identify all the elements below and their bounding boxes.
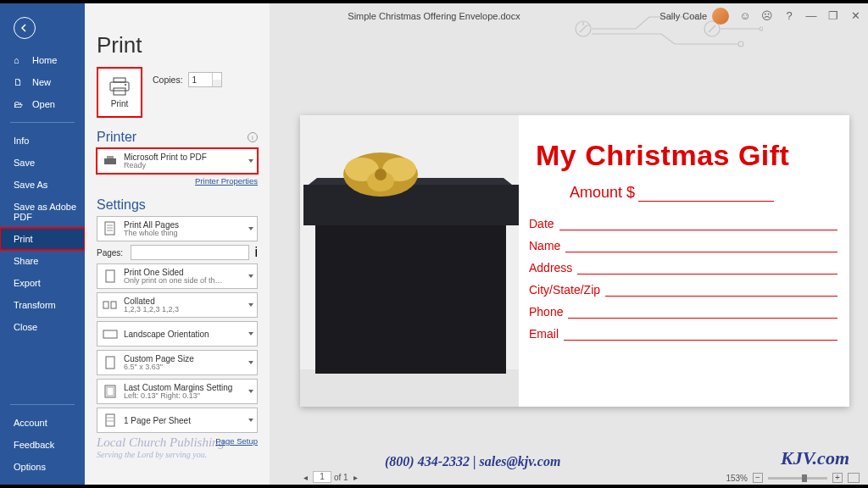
watermark: Local Church Publishing Serving the Lord…: [97, 435, 225, 459]
prev-page-button[interactable]: ◂: [300, 472, 310, 482]
print-heading: Print: [97, 32, 258, 58]
field-date: Date: [529, 217, 837, 230]
svg-rect-6: [110, 82, 129, 91]
pagesize-select[interactable]: Custom Page Size6.5" x 3.63": [97, 350, 258, 375]
help-icon[interactable]: ?: [783, 10, 795, 22]
sidebar-item-info[interactable]: Info: [0, 130, 85, 152]
orientation-select[interactable]: Landscape Orientation: [97, 321, 258, 347]
sidebar-item-saveas[interactable]: Save As: [0, 174, 85, 196]
sidebar-item-print[interactable]: Print: [0, 228, 85, 250]
user-account[interactable]: Sally Coale: [659, 8, 729, 25]
print-range-select[interactable]: Print All PagesThe whole thing: [97, 216, 258, 241]
print-panel: Print Print Copies: 1 Printeri Microsoft…: [85, 3, 270, 485]
sidebar-item-saveadobe[interactable]: Save as Adobe PDF: [0, 196, 85, 228]
doc-title: My Christmas Gift: [536, 139, 837, 172]
svg-rect-18: [103, 330, 117, 338]
svg-point-34: [375, 169, 387, 180]
backstage-sidebar: ⌂Home 🗋New 🗁Open Info Save Save As Save …: [0, 3, 85, 485]
next-page-button[interactable]: ▸: [351, 472, 361, 482]
printer-select[interactable]: Microsoft Print to PDFReady: [97, 148, 258, 174]
user-name: Sally Coale: [659, 11, 707, 21]
sidebar-item-home[interactable]: ⌂Home: [0, 49, 85, 71]
field-phone: Phone: [529, 305, 837, 319]
face-smile-icon[interactable]: ☺: [739, 10, 751, 22]
back-button[interactable]: [14, 17, 36, 39]
print-preview: My Christmas Gift Amount $ Date Name Add…: [270, 3, 868, 485]
print-button[interactable]: Print: [97, 67, 142, 118]
zoom-controls: 153% − +: [726, 473, 860, 483]
sidebar-item-transform[interactable]: Transform: [0, 294, 85, 316]
field-name: Name: [529, 239, 837, 252]
page-total: of 1: [334, 473, 348, 482]
printer-heading: Printer: [97, 130, 136, 145]
svg-point-8: [125, 84, 126, 86]
page-number-input[interactable]: 1: [313, 471, 331, 483]
zoom-fit-button[interactable]: [848, 473, 860, 483]
page-navigator: ◂ 1 of 1 ▸: [300, 471, 361, 483]
sidebar-item-export[interactable]: Export: [0, 272, 85, 294]
printer-device-icon: [103, 153, 118, 169]
collated-icon: [103, 297, 118, 313]
persheet-icon: [103, 413, 118, 428]
svg-rect-17: [111, 302, 116, 308]
close-icon[interactable]: ✕: [849, 10, 861, 22]
zoom-out-button[interactable]: −: [753, 473, 763, 483]
pagesize-icon: [103, 355, 118, 370]
collate-select[interactable]: Collated1,2,3 1,2,3 1,2,3: [97, 292, 258, 318]
sidebar-item-close[interactable]: Close: [0, 316, 85, 338]
new-icon: 🗋: [14, 77, 25, 87]
svg-rect-10: [107, 156, 114, 158]
persheet-select[interactable]: 1 Page Per Sheet: [97, 408, 258, 433]
sidebar-item-share[interactable]: Share: [0, 250, 85, 272]
svg-rect-5: [114, 78, 125, 82]
svg-rect-22: [106, 414, 114, 426]
pages-label: Pages:: [97, 248, 127, 258]
landscape-icon: [103, 326, 118, 341]
info-icon[interactable]: i: [254, 245, 258, 260]
svg-rect-26: [300, 369, 519, 407]
zoom-level: 153%: [726, 474, 748, 483]
zoom-slider[interactable]: [768, 477, 827, 480]
amount-field: Amount $: [570, 184, 837, 202]
printer-properties-link[interactable]: Printer Properties: [97, 176, 258, 186]
pages-icon: [103, 221, 118, 236]
sidebar-item-feedback[interactable]: Feedback: [0, 434, 85, 456]
gift-box-image: [300, 115, 519, 407]
copies-input[interactable]: 1: [188, 72, 222, 87]
field-citystatezip: City/State/Zip: [529, 283, 837, 297]
sidebar-item-save[interactable]: Save: [0, 152, 85, 174]
settings-heading: Settings: [97, 197, 146, 213]
field-address: Address: [529, 261, 837, 274]
sidebar-item-open[interactable]: 🗁Open: [0, 93, 85, 115]
onesided-icon: [103, 269, 118, 284]
info-icon[interactable]: i: [248, 132, 258, 142]
restore-icon[interactable]: ❐: [827, 10, 839, 22]
copies-label: Copies:: [153, 75, 183, 85]
minimize-icon[interactable]: —: [805, 10, 817, 22]
open-icon: 🗁: [14, 99, 25, 109]
contact-text: (800) 434-2332 | sales@kjv.com: [385, 454, 560, 469]
svg-rect-16: [103, 302, 108, 308]
logo-text: KJV.com: [781, 447, 849, 469]
home-icon: ⌂: [14, 55, 25, 65]
field-email: Email: [529, 327, 837, 341]
avatar: [712, 8, 729, 25]
svg-rect-27: [315, 208, 506, 374]
svg-rect-21: [107, 387, 114, 396]
preview-page: My Christmas Gift Amount $ Date Name Add…: [300, 115, 849, 407]
svg-rect-7: [114, 88, 125, 95]
svg-rect-19: [106, 357, 114, 369]
sides-select[interactable]: Print One SidedOnly print on one side of…: [97, 263, 258, 289]
svg-rect-9: [104, 158, 116, 164]
margins-select[interactable]: Last Custom Margins SettingLeft: 0.13" R…: [97, 379, 258, 404]
sidebar-item-options[interactable]: Options: [0, 456, 85, 478]
margins-icon: [103, 384, 118, 399]
printer-icon: [108, 77, 131, 96]
pages-input[interactable]: [131, 245, 249, 260]
preview-footer: (800) 434-2332 | sales@kjv.com KJV.com: [300, 447, 849, 469]
sidebar-item-account[interactable]: Account: [0, 412, 85, 434]
svg-rect-28: [303, 185, 519, 225]
zoom-in-button[interactable]: +: [832, 473, 843, 483]
sidebar-item-new[interactable]: 🗋New: [0, 71, 85, 93]
face-neutral-icon[interactable]: ☹: [761, 10, 773, 22]
